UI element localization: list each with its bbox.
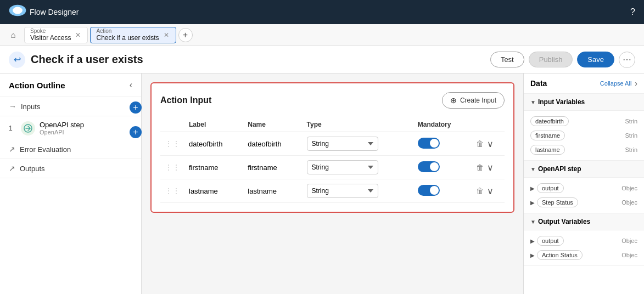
add-input-button[interactable]: + — [130, 101, 142, 114]
sidebar-item-inputs[interactable]: → Inputs + — [0, 97, 141, 116]
spoke-tab-main-label: Visitor Access — [30, 34, 71, 42]
col-type: Type — [303, 117, 413, 132]
expand-output-button[interactable]: ▶ — [530, 185, 535, 191]
pill-output[interactable]: output — [537, 183, 564, 193]
home-button[interactable]: ⌂ — [4, 26, 22, 44]
main-content: Action Outline ‹ → Inputs + 1 OpenAPI st… — [0, 74, 644, 294]
help-icon[interactable]: ? — [630, 7, 635, 17]
create-input-label: Create Input — [460, 97, 496, 104]
row2-mandatory-toggle[interactable] — [418, 161, 440, 172]
type-output: Objec — [621, 185, 637, 191]
sidebar-item-error[interactable]: ↗ Error Evaluation — [0, 140, 141, 159]
brand-app-name: Flow Designer — [30, 8, 79, 16]
drag-handle-2[interactable]: ⋮⋮ — [165, 163, 180, 172]
col-name: Name — [243, 117, 302, 132]
input-variables-toggle-icon: ▼ — [530, 99, 536, 105]
add-tab-button[interactable]: + — [178, 28, 193, 42]
openapi-step-toggle-icon: ▼ — [530, 166, 536, 172]
row3-type-select[interactable]: String Integer Boolean Object Array — [307, 184, 378, 198]
row2-type-select[interactable]: String Integer Boolean Object Array — [307, 160, 378, 174]
pill-step-status[interactable]: Step Status — [537, 197, 578, 207]
collapse-all-button[interactable]: Collapse All — [600, 80, 631, 87]
spoke-tab[interactable]: Spoke Visitor Access ✕ — [24, 27, 88, 43]
sidebar-item-outputs[interactable]: ↗ Outputs — [0, 159, 141, 178]
step-number: 1 — [9, 125, 16, 132]
row2-expand-button[interactable]: ∨ — [487, 162, 494, 173]
row1-name: dateofbirth — [243, 132, 302, 156]
expand-row-out-output: ▶ output Objec — [530, 234, 637, 248]
action-tab-main-label: Check if a user exists — [96, 34, 159, 42]
top-nav: Flow Designer ? — [0, 0, 644, 24]
expand-action-status-button[interactable]: ▶ — [530, 252, 535, 258]
publish-button[interactable]: Publish — [529, 52, 573, 67]
action-tab[interactable]: Action Check if a user exists ✕ — [90, 27, 176, 43]
back-button[interactable]: ↩ — [9, 52, 25, 68]
tab-bar: ⌂ Spoke Visitor Access ✕ Action Check if… — [0, 24, 644, 46]
expand-step-status-button[interactable]: ▶ — [530, 200, 535, 206]
expand-out-output-button[interactable]: ▶ — [530, 238, 535, 244]
right-panel-collapse-button[interactable]: › — [635, 79, 637, 88]
create-input-button[interactable]: ⊕ Create Input — [442, 92, 505, 109]
type-firstname: Strin — [625, 132, 637, 139]
row3-mandatory-toggle[interactable] — [418, 185, 440, 196]
col-label: Label — [184, 117, 243, 132]
output-variables-label: Output Variables — [538, 218, 590, 225]
data-row-firstname: firstname Strin — [530, 128, 637, 143]
row1-delete-button[interactable]: 🗑 — [476, 139, 484, 148]
right-panel-header: Data Collapse All › — [524, 74, 644, 94]
sidebar-step-openapi[interactable]: 1 OpenAPI step OpenAPI + — [0, 116, 141, 140]
row3-label: lastname — [184, 179, 243, 203]
sidebar-error-label: Error Evaluation — [20, 145, 71, 154]
type-step-status: Objec — [621, 199, 637, 206]
output-variables-content: ▶ output Objec ▶ Action Status Objec — [524, 230, 644, 266]
action-tab-close[interactable]: ✕ — [163, 31, 170, 39]
outputs-icon: ↗ — [9, 164, 15, 173]
action-tab-top-label: Action — [96, 28, 159, 34]
input-variables-section-header[interactable]: ▼ Input Variables — [524, 94, 644, 111]
row3-delete-button[interactable]: 🗑 — [476, 186, 484, 195]
inputs-icon: → — [9, 102, 16, 111]
pill-out-output[interactable]: output — [537, 236, 564, 246]
table-row: ⋮⋮ lastname lastname String Integer Bool… — [160, 179, 505, 203]
row2-delete-button[interactable]: 🗑 — [476, 163, 484, 172]
row1-mandatory-toggle[interactable] — [418, 138, 440, 149]
pill-action-status[interactable]: Action Status — [537, 250, 583, 260]
row3-expand-button[interactable]: ∨ — [487, 186, 494, 196]
sidebar: Action Outline ‹ → Inputs + 1 OpenAPI st… — [0, 74, 142, 294]
output-variables-section-header[interactable]: ▼ Output Variables — [524, 213, 644, 230]
openapi-step-content: ▶ output Objec ▶ Step Status Objec — [524, 178, 644, 213]
expand-row-action-status: ▶ Action Status Objec — [530, 248, 637, 262]
data-row-dateofbirth: dateofbirth Strin — [530, 114, 637, 128]
save-button[interactable]: Save — [577, 52, 614, 67]
openapi-step-label: OpenAPI step — [538, 165, 581, 173]
test-button[interactable]: Test — [490, 52, 524, 67]
drag-handle-3[interactable]: ⋮⋮ — [165, 186, 180, 195]
expand-row-step-status: ▶ Step Status Objec — [530, 195, 637, 210]
row2-label: firstname — [184, 156, 243, 179]
col-mandatory: Mandatory — [413, 117, 472, 132]
data-panel-title: Data — [530, 79, 547, 88]
brand-logo — [9, 4, 26, 20]
row1-expand-button[interactable]: ∨ — [487, 139, 494, 149]
pill-dateofbirth[interactable]: dateofbirth — [530, 116, 569, 126]
row1-type-select[interactable]: String Integer Boolean Object Array — [307, 137, 378, 151]
pill-lastname[interactable]: lastname — [530, 145, 565, 155]
drag-handle-1[interactable]: ⋮⋮ — [165, 139, 180, 148]
action-input-card: Action Input ⊕ Create Input Label Name T… — [150, 82, 514, 213]
add-step-button[interactable]: + — [130, 126, 142, 138]
type-out-output: Objec — [621, 238, 637, 244]
sidebar-collapse-button[interactable]: ‹ — [130, 80, 132, 90]
sidebar-header: Action Outline ‹ — [0, 74, 141, 97]
row3-name: lastname — [243, 179, 302, 203]
openapi-step-section-header[interactable]: ▼ OpenAPI step — [524, 161, 644, 178]
more-button[interactable]: ⋯ — [619, 52, 635, 68]
pill-firstname[interactable]: firstname — [530, 131, 565, 140]
expand-row-output: ▶ output Objec — [530, 181, 637, 195]
spoke-tab-close[interactable]: ✕ — [74, 31, 82, 39]
sidebar-inputs-label: Inputs — [21, 103, 40, 111]
svg-point-1 — [13, 7, 23, 14]
brand: Flow Designer — [9, 4, 79, 20]
error-icon: ↗ — [9, 145, 15, 154]
type-dateofbirth: Strin — [625, 118, 637, 125]
step-name: OpenAPI step — [40, 121, 84, 129]
